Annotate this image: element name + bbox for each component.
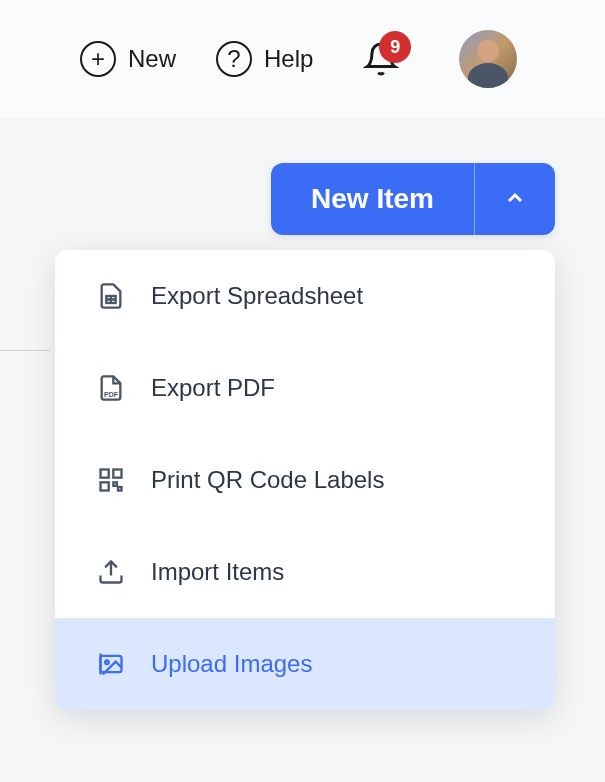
spreadsheet-icon [95, 280, 127, 312]
notifications-button[interactable]: 9 [363, 41, 399, 77]
top-header: + New ? Help 9 [0, 0, 605, 118]
menu-label: Export PDF [151, 374, 275, 402]
plus-icon: + [80, 41, 116, 77]
pdf-icon: PDF [95, 372, 127, 404]
new-button[interactable]: + New [80, 41, 176, 77]
dropdown-toggle-button[interactable] [474, 163, 555, 235]
divider [0, 350, 50, 351]
svg-rect-4 [101, 470, 109, 478]
svg-text:PDF: PDF [104, 391, 119, 398]
help-label: Help [264, 45, 313, 73]
qr-icon [95, 464, 127, 496]
help-button[interactable]: ? Help [216, 41, 313, 77]
menu-label: Export Spreadsheet [151, 282, 363, 310]
menu-item-import-items[interactable]: Import Items [55, 526, 555, 618]
help-icon: ? [216, 41, 252, 77]
svg-rect-7 [113, 482, 117, 486]
new-label: New [128, 45, 176, 73]
menu-label: Import Items [151, 558, 284, 586]
menu-label: Upload Images [151, 650, 312, 678]
new-item-split-button: New Item [271, 163, 555, 235]
svg-rect-8 [118, 487, 122, 491]
new-item-button[interactable]: New Item [271, 163, 474, 235]
image-icon [95, 648, 127, 680]
chevron-up-icon [503, 186, 527, 213]
svg-point-11 [105, 661, 109, 665]
menu-item-print-qr[interactable]: Print QR Code Labels [55, 434, 555, 526]
menu-item-export-pdf[interactable]: PDF Export PDF [55, 342, 555, 434]
menu-item-export-spreadsheet[interactable]: Export Spreadsheet [55, 250, 555, 342]
actions-dropdown: Export Spreadsheet PDF Export PDF Print … [55, 250, 555, 710]
notification-badge: 9 [379, 31, 411, 63]
user-avatar[interactable] [459, 30, 517, 88]
menu-label: Print QR Code Labels [151, 466, 384, 494]
svg-rect-6 [101, 482, 109, 490]
svg-rect-5 [113, 470, 121, 478]
menu-item-upload-images[interactable]: Upload Images [55, 618, 555, 710]
action-bar: New Item [0, 118, 605, 235]
import-icon [95, 556, 127, 588]
